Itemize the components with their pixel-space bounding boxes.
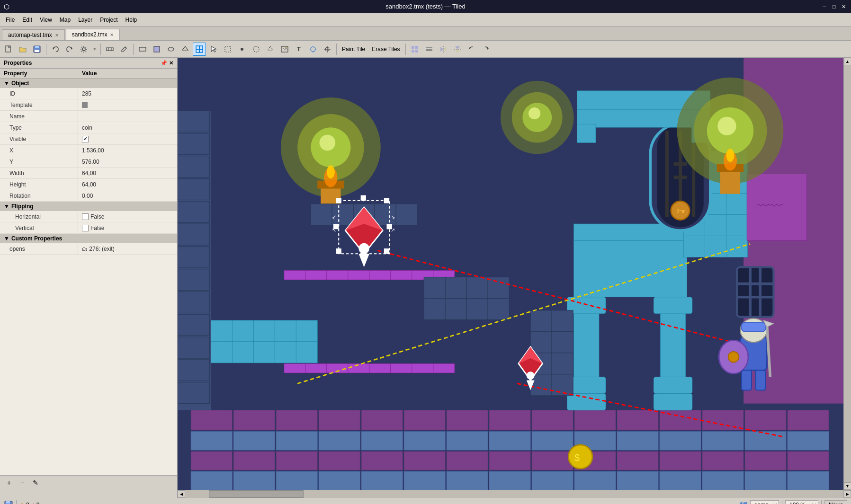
ellipse-button[interactable] — [164, 43, 178, 56]
tab-sandbox[interactable]: sandbox2.tmx ✕ — [66, 29, 120, 40]
menu-layer[interactable]: Layer — [74, 16, 96, 24]
svg-rect-12 — [199, 46, 203, 49]
svg-point-184 — [319, 135, 335, 151]
prop-rotation[interactable]: Rotation 0,00 — [0, 190, 177, 202]
rot-cw-button[interactable] — [479, 43, 493, 56]
scroll-thumb-horizontal[interactable] — [209, 490, 304, 498]
menu-file[interactable]: File — [2, 16, 18, 24]
open-button[interactable] — [16, 43, 29, 56]
svg-rect-249 — [742, 322, 766, 332]
point-button[interactable] — [235, 43, 249, 56]
edit-property-button[interactable]: ✎ — [30, 477, 41, 488]
section-custom[interactable]: ▼ Custom Properties — [0, 234, 177, 243]
tile-cursor-button[interactable] — [193, 43, 206, 56]
svg-rect-90 — [404, 471, 445, 490]
horizontal-checkbox[interactable] — [82, 213, 89, 220]
svg-rect-59 — [361, 432, 403, 450]
section-flipping[interactable]: ▼ Flipping — [0, 202, 177, 211]
close-button[interactable]: ✕ — [840, 3, 847, 10]
svg-rect-51 — [660, 410, 701, 430]
magic-wand-button[interactable] — [306, 43, 320, 56]
remove-property-button[interactable]: − — [17, 477, 27, 488]
new-button[interactable] — [2, 43, 15, 56]
save-button[interactable] — [30, 43, 44, 56]
settings-button[interactable] — [77, 43, 90, 56]
redo-button[interactable] — [63, 43, 76, 56]
prop-y[interactable]: Y 576,00 — [0, 156, 177, 168]
flip-v-button[interactable] — [451, 43, 464, 56]
prop-opens[interactable]: opens 🗂 276: (exit) — [0, 243, 177, 255]
erase-tiles-label: Erase Tiles — [369, 46, 403, 53]
rect-fill-button[interactable] — [150, 43, 163, 56]
properties-pin[interactable]: 📌 — [161, 60, 167, 66]
eraser-button[interactable] — [136, 43, 149, 56]
scroll-up-button[interactable]: ▲ — [844, 58, 851, 65]
minimize-button[interactable]: ─ — [821, 3, 828, 10]
edit-button[interactable] — [117, 43, 131, 56]
properties-title: Properties — [4, 60, 32, 66]
right-scrollbar[interactable]: ▲ ▼ — [843, 58, 851, 490]
vertical-checkbox[interactable] — [82, 225, 89, 231]
tileset-view-button[interactable] — [408, 43, 421, 56]
scroll-right-button[interactable]: ▶ — [843, 490, 851, 498]
menu-map[interactable]: Map — [56, 16, 74, 24]
maximize-button[interactable]: □ — [830, 3, 838, 10]
prop-visible-label: Visible — [0, 133, 78, 144]
prop-type[interactable]: Type coin — [0, 122, 177, 133]
bottom-scrollbar[interactable]: ◀ ▶ — [0, 490, 851, 497]
layer-view-button[interactable] — [422, 43, 436, 56]
prop-rotation-label: Rotation — [0, 190, 78, 201]
tab-automap-close[interactable]: ✕ — [55, 33, 59, 38]
image-button[interactable] — [278, 43, 291, 56]
menu-edit[interactable]: Edit — [18, 16, 36, 24]
crosshair-button[interactable] — [321, 43, 334, 56]
svg-rect-210 — [424, 299, 445, 320]
tab-automap[interactable]: automap-test.tmx ✕ — [2, 29, 65, 40]
scroll-left-button[interactable]: ◀ — [178, 490, 185, 498]
snap-button[interactable] — [103, 43, 116, 56]
svg-rect-162 — [684, 236, 705, 257]
properties-footer: + − ✎ — [0, 475, 177, 490]
svg-rect-30 — [412, 50, 414, 53]
game-canvas[interactable]: 〰〰 🗝 — [178, 58, 843, 490]
cursor-button[interactable] — [207, 43, 220, 56]
scroll-track-horizontal[interactable] — [185, 490, 843, 498]
svg-rect-84 — [788, 451, 829, 470]
poly-sel-button[interactable] — [264, 43, 277, 56]
visible-checkbox[interactable]: ✔ — [82, 136, 89, 142]
section-object[interactable]: ▼ Object — [0, 79, 177, 88]
poly-button[interactable] — [179, 43, 192, 56]
svg-rect-129 — [391, 270, 412, 280]
prop-vertical[interactable]: Vertical False — [0, 222, 177, 234]
prop-template[interactable]: Template — [0, 99, 177, 111]
flip-h-button[interactable] — [437, 43, 450, 56]
svg-rect-76 — [447, 451, 488, 470]
rect-sel-button[interactable] — [221, 43, 234, 56]
zoom-select[interactable]: 25 % 50 % 100 % 200 % 400 % — [785, 500, 818, 504]
section-flipping-arrow: ▼ — [4, 203, 9, 210]
scroll-track[interactable] — [844, 65, 851, 482]
menu-view[interactable]: View — [36, 16, 56, 24]
map-canvas-area[interactable]: 〰〰 🗝 — [178, 58, 843, 490]
undo-button[interactable] — [49, 43, 62, 56]
scroll-down-button[interactable]: ▼ — [844, 482, 851, 490]
svg-rect-28 — [412, 46, 414, 49]
tab-sandbox-close[interactable]: ✕ — [110, 32, 114, 37]
properties-close[interactable]: ✕ — [169, 60, 173, 66]
prop-x[interactable]: X 1.536,00 — [0, 145, 177, 156]
news-button[interactable]: News — [824, 500, 847, 504]
add-property-button[interactable]: + — [4, 477, 14, 488]
rot-ccw-button[interactable] — [465, 43, 478, 56]
prop-x-value: 1.536,00 — [78, 145, 177, 156]
text-button[interactable]: T — [292, 43, 305, 56]
layer-select[interactable]: game — [750, 500, 779, 504]
circle-sel-button[interactable] — [250, 43, 263, 56]
prop-height[interactable]: Height 64,00 — [0, 179, 177, 190]
menu-help[interactable]: Help — [122, 16, 141, 24]
prop-name[interactable]: Name — [0, 111, 177, 122]
prop-id[interactable]: ID 285 — [0, 88, 177, 99]
prop-horizontal[interactable]: Horizontal False — [0, 211, 177, 222]
prop-width[interactable]: Width 64,00 — [0, 168, 177, 179]
menu-project[interactable]: Project — [96, 16, 121, 24]
prop-visible[interactable]: Visible ✔ — [0, 133, 177, 145]
